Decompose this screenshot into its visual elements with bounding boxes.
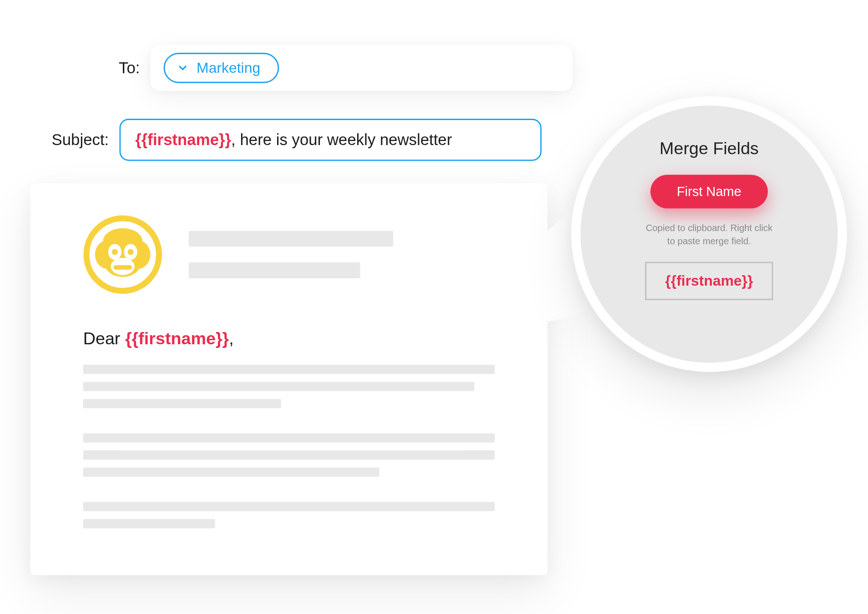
greeting-line: Dear {{firstname}}, [83,328,495,349]
greeting-suffix: , [229,328,233,348]
monkey-logo-icon [83,215,162,294]
to-label: To: [74,59,140,77]
to-field-row: To: Marketing [74,45,572,91]
merge-token-box[interactable]: {{firstname}} [646,262,773,300]
placeholder-line [83,433,495,443]
header-placeholder-lines [189,231,495,278]
placeholder-line [83,365,495,374]
placeholder-line [83,399,281,408]
svg-point-8 [112,249,118,255]
placeholder-line [189,231,394,247]
svg-rect-10 [113,265,132,270]
subject-label: Subject: [43,131,109,149]
recipient-chip-label: Marketing [197,60,260,77]
placeholder-line [83,468,379,477]
merge-fields-title: Merge Fields [660,139,759,159]
placeholder-line [83,519,215,528]
svg-point-9 [128,249,134,255]
placeholder-line [189,262,360,278]
chevron-down-icon [177,62,189,74]
subject-merge-token: {{firstname}} [135,131,231,148]
recipient-chip[interactable]: Marketing [164,53,279,83]
placeholder-line [83,382,474,391]
subject-field-row: Subject: {{firstname}}, here is your wee… [43,119,541,161]
greeting-prefix: Dear [83,328,125,348]
email-header [83,215,495,294]
callout-help-text: Copied to clipboard. Right click to past… [646,221,772,247]
email-body-card[interactable]: Dear {{firstname}}, [30,183,548,575]
merge-fields-bubble: Merge Fields First Name Copied to clipbo… [571,96,847,372]
placeholder-line [83,450,495,459]
greeting-merge-token: {{firstname}} [125,328,229,348]
placeholder-line [83,502,495,511]
body-placeholder-lines [83,365,495,528]
subject-text: , here is your weekly newsletter [231,131,452,148]
to-recipients-card[interactable]: Marketing [151,45,573,91]
subject-input[interactable]: {{firstname}}, here is your weekly newsl… [119,119,541,161]
first-name-button[interactable]: First Name [651,175,768,208]
